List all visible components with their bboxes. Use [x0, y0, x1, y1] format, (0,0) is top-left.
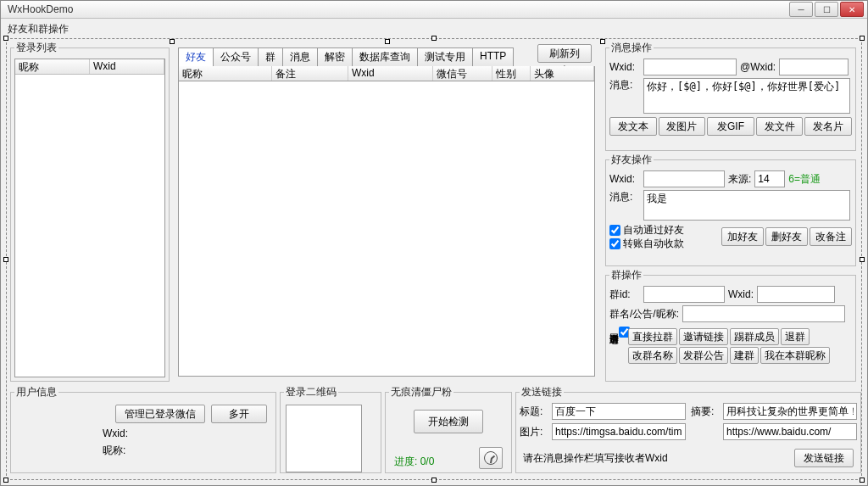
selection-handle[interactable] [3, 257, 8, 262]
msg-atwxid-input[interactable] [779, 59, 849, 75]
send-link-legend: 发送链接 [520, 385, 564, 399]
send-link-hint: 请在消息操作栏填写接收者Wxid [523, 451, 668, 466]
group-wxid-input[interactable] [757, 286, 835, 303]
selection-handle[interactable] [860, 257, 865, 262]
design-canvas: 登录列表 昵称 Wxid 刷新列表 好友 公众号 [6, 38, 862, 480]
progress-text: 进度: 0/0 [394, 455, 434, 469]
login-col-wxid[interactable]: Wxid [90, 59, 164, 74]
selection-handle[interactable] [3, 478, 8, 483]
refresh-list-button[interactable]: 刷新列表 [537, 44, 592, 63]
friends-grid-body[interactable] [178, 81, 595, 377]
friend-wxid-input[interactable] [643, 170, 725, 187]
friend-source-input[interactable] [754, 170, 785, 187]
link-img-label: 图片: [520, 425, 547, 439]
message-ops-group: 消息操作 Wxid: @Wxid: 消息: 你好，[$@]，你好[$@]，你好世… [605, 41, 856, 151]
msg-atwxid-label: @Wxid: [740, 61, 776, 73]
timer-button[interactable] [479, 447, 503, 469]
link-summary-input[interactable] [723, 403, 857, 420]
quit-group-button[interactable]: 退群 [781, 328, 810, 345]
login-col-nick[interactable]: 昵称 [15, 59, 90, 74]
send-card-button[interactable]: 发名片 [804, 117, 852, 136]
friend-msg-input[interactable]: 我是 [643, 190, 850, 221]
msg-content-input[interactable]: 你好，[$@]，你好[$@]，你好世界[爱心] [643, 78, 850, 114]
tab-official[interactable]: 公众号 [213, 47, 259, 66]
friend-ops-legend: 好友操作 [609, 153, 654, 167]
link-title-label: 标题: [520, 405, 547, 419]
selection-handle[interactable] [431, 36, 437, 41]
friend-source-label: 来源: [728, 172, 751, 187]
msg-wxid-label: Wxid: [609, 61, 640, 73]
tab-decrypt[interactable]: 解密 [317, 47, 353, 66]
send-text-button[interactable]: 发文本 [609, 117, 657, 136]
progress-value: 0/0 [420, 455, 435, 467]
selection-handle[interactable] [170, 39, 175, 44]
col-nick[interactable]: 昵称 [179, 66, 272, 81]
window-title: WxHookDemo [8, 3, 73, 15]
send-link-button[interactable]: 发送链接 [794, 449, 854, 467]
selection-handle[interactable] [860, 478, 865, 483]
group-id-label: 群id: [609, 288, 640, 302]
group-ops-group: 群操作 群id: Wxid: 群名/公告/昵称: 同意进群邀请 [605, 268, 856, 382]
invite-link-button[interactable]: 邀请链接 [679, 328, 728, 345]
auto-accept-check[interactable]: 自动通过好友 [609, 224, 684, 236]
add-friend-button[interactable]: 加好友 [721, 227, 764, 246]
col-remark[interactable]: 备注 [272, 66, 348, 81]
send-gif-button[interactable]: 发GIF [707, 117, 754, 136]
selection-handle[interactable] [385, 39, 390, 44]
multi-open-button[interactable]: 多开 [211, 405, 267, 423]
friend-ops-group: 好友操作 Wxid: 来源: 6=普通 消息: 我是 自动通过好友 转账自动收款 [605, 153, 856, 266]
my-group-nick-button[interactable]: 我在本群昵称 [760, 347, 830, 364]
change-remark-button[interactable]: 改备注 [810, 227, 852, 246]
agree-invite-check[interactable]: 同意进群邀请 [609, 327, 630, 339]
zombie-legend: 无痕清僵尸粉 [389, 385, 453, 399]
window-buttons: ─ ☐ ✕ [789, 2, 864, 17]
col-avatar[interactable]: 头像 [531, 66, 594, 81]
link-img-input[interactable] [552, 423, 686, 440]
tab-groups[interactable]: 群 [258, 47, 283, 66]
group-announce-button[interactable]: 发群公告 [679, 347, 728, 364]
link-title-input[interactable] [552, 403, 686, 420]
qrcode-box [286, 405, 362, 472]
group-wxid-label: Wxid: [728, 288, 754, 300]
friend-msg-label: 消息: [609, 190, 640, 204]
kick-member-button[interactable]: 踢群成员 [730, 328, 779, 345]
auto-collect-label: 转账自动收款 [623, 237, 684, 249]
tab-http[interactable]: HTTP [472, 47, 514, 66]
qrcode-group: 登录二维码 [280, 385, 381, 473]
col-gender[interactable]: 性别 [492, 66, 531, 81]
tab-messages[interactable]: 消息 [282, 47, 318, 66]
send-image-button[interactable]: 发图片 [659, 117, 706, 136]
rename-group-button[interactable]: 改群名称 [628, 347, 677, 364]
manage-login-button[interactable]: 管理已登录微信 [115, 405, 205, 423]
close-button[interactable]: ✕ [840, 2, 864, 17]
center-area: 刷新列表 好友 公众号 群 消息 解密 数据库查询 测试专用 HTTP 昵称 备… [173, 42, 602, 380]
link-url-input[interactable] [723, 423, 857, 440]
col-wxid[interactable]: Wxid [348, 66, 433, 81]
start-detect-button[interactable]: 开始检测 [414, 410, 483, 433]
user-info-legend: 用户信息 [14, 385, 58, 399]
friend-source-hint: 6=普通 [788, 172, 821, 187]
del-friend-button[interactable]: 删好友 [765, 227, 808, 246]
selection-handle[interactable] [860, 36, 865, 41]
auto-accept-label: 自动通过好友 [623, 224, 684, 236]
message-ops-legend: 消息操作 [609, 41, 654, 55]
col-wechatnum[interactable]: 微信号 [433, 66, 492, 81]
maximize-button[interactable]: ☐ [815, 2, 838, 17]
create-group-button[interactable]: 建群 [730, 347, 759, 364]
selection-handle[interactable] [431, 478, 437, 483]
login-list-table[interactable]: 昵称 Wxid [14, 59, 165, 377]
msg-content-label: 消息: [609, 78, 640, 92]
userinfo-wxid-label: Wxid: [103, 427, 128, 439]
tab-friends[interactable]: 好友 [178, 47, 214, 66]
send-file-button[interactable]: 发文件 [756, 117, 804, 136]
group-id-input[interactable] [643, 286, 725, 303]
minimize-button[interactable]: ─ [789, 2, 813, 17]
pull-group-button[interactable]: 直接拉群 [628, 328, 677, 345]
tab-db-query[interactable]: 数据库查询 [352, 47, 418, 66]
selection-handle[interactable] [3, 36, 8, 41]
group-name-input[interactable] [682, 305, 845, 322]
group-name-label: 群名/公告/昵称: [609, 307, 679, 321]
msg-wxid-input[interactable] [643, 59, 737, 75]
auto-collect-check[interactable]: 转账自动收款 [609, 237, 684, 249]
tab-test[interactable]: 测试专用 [417, 47, 473, 66]
